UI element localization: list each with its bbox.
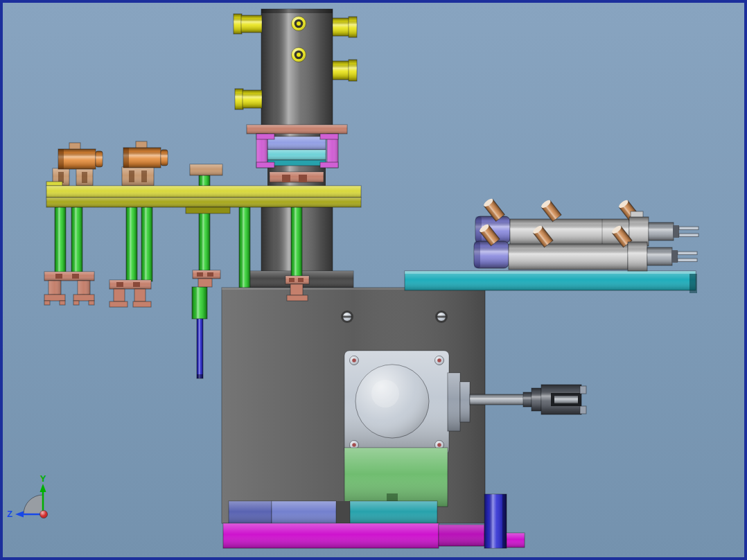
slot (197, 272, 203, 277)
cap (161, 150, 168, 166)
pin (678, 259, 697, 262)
pin (678, 252, 697, 255)
part-push-rod[interactable] (192, 287, 207, 378)
block (122, 167, 154, 186)
part-green-base-plate[interactable] (344, 448, 448, 507)
clamp-mid (114, 289, 125, 301)
y-arrowhead (40, 484, 46, 492)
gap-strip (335, 501, 350, 523)
slot (72, 274, 79, 279)
slot (133, 282, 140, 287)
hub (297, 53, 301, 57)
shaft-tip (671, 250, 678, 263)
actuator-body (509, 244, 628, 270)
slot (298, 278, 304, 282)
z-arrowhead (15, 511, 24, 518)
triad-wedge (24, 495, 43, 514)
z-axis-label: Z (7, 509, 12, 519)
coupling-collar (531, 388, 541, 411)
slot (207, 272, 213, 277)
bar-bottom (46, 198, 361, 207)
pin (679, 227, 698, 230)
part-bracket-stack[interactable] (256, 134, 338, 186)
green-shank (192, 287, 207, 319)
seam (601, 219, 603, 245)
clamp-bar (44, 272, 94, 281)
rod (199, 175, 210, 186)
olive-strip (186, 207, 230, 213)
left-tab-top (256, 134, 274, 139)
screw-center (352, 443, 356, 447)
ring (58, 149, 64, 169)
rod (199, 207, 210, 271)
rod (71, 207, 82, 273)
foot (73, 301, 79, 305)
flange (133, 301, 151, 307)
rod (291, 207, 302, 277)
flange (448, 373, 460, 431)
piston-shaft (647, 247, 672, 265)
end-step (628, 242, 647, 271)
slate-block-dark (229, 501, 272, 525)
clamp-mid (49, 281, 61, 295)
cap (234, 14, 242, 34)
part-actuator-upper[interactable] (475, 198, 698, 246)
screw-slot (437, 316, 446, 318)
coupling-tooth (580, 386, 586, 394)
body (333, 61, 349, 80)
clamp-mid (134, 289, 146, 301)
piston-shaft (649, 222, 674, 240)
mini-plate (270, 172, 324, 182)
blue-rod (197, 319, 203, 378)
mini-tab (282, 175, 290, 182)
top-edge (261, 9, 333, 13)
y-axis-label: Y (40, 473, 46, 484)
slot (55, 274, 62, 279)
housing-highlight (371, 380, 399, 408)
part-slide-plate[interactable] (405, 271, 697, 293)
body (333, 18, 349, 36)
face (247, 125, 347, 134)
teal-block (350, 501, 437, 525)
screw-center (352, 358, 356, 362)
foot (44, 301, 50, 305)
bar-top (46, 186, 361, 198)
clamp-mid (78, 281, 90, 295)
end-cap (689, 274, 697, 293)
slot (129, 170, 134, 182)
blue-cap (474, 241, 480, 268)
coupling-pin (554, 396, 578, 403)
coupling-tooth (580, 406, 586, 414)
flange (73, 295, 94, 301)
part-sensor-cylinders[interactable] (58, 141, 168, 169)
flange (287, 295, 308, 301)
cap (349, 17, 357, 37)
flange-step (460, 382, 470, 422)
magenta-base-right (439, 525, 484, 546)
shaft-ring (523, 392, 531, 407)
screw-center (437, 443, 441, 447)
right-tab-top (320, 134, 338, 139)
cad-viewport-3d[interactable]: Y Z (0, 0, 747, 560)
slot (82, 172, 87, 183)
pin (679, 234, 698, 237)
clamp-mid (290, 284, 303, 295)
blue-block-edge (502, 494, 507, 548)
right-tab-bottom (320, 162, 338, 168)
flange (109, 301, 128, 307)
foot (60, 301, 65, 305)
flange (44, 295, 65, 301)
periwinkle-block (267, 137, 326, 150)
part-clamp-plate[interactable] (247, 125, 347, 134)
copper-fitting (540, 199, 561, 222)
body (123, 148, 161, 168)
mini-tab (299, 175, 307, 182)
left-tab-bottom (256, 162, 274, 168)
body (241, 15, 262, 33)
notch (387, 493, 398, 502)
screw-slot (342, 316, 352, 318)
face (405, 271, 696, 290)
origin-dot (40, 511, 48, 518)
clamp-block (198, 279, 212, 287)
origin-triad[interactable]: Y Z (7, 473, 47, 519)
